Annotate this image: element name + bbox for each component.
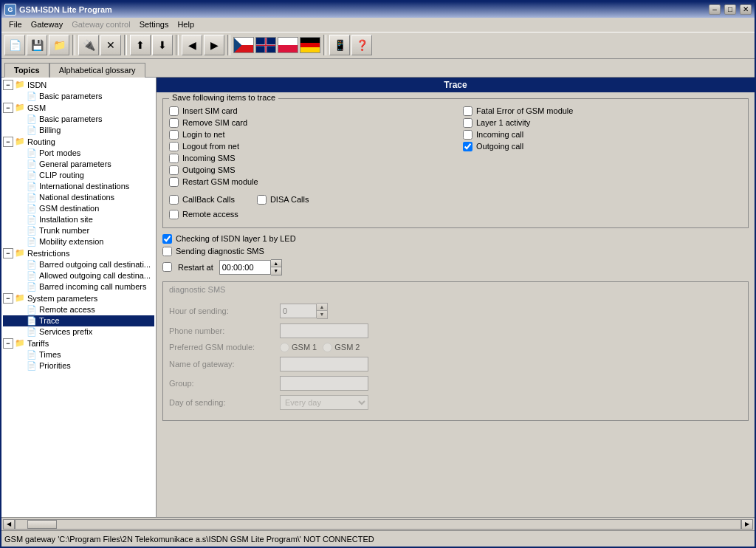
check-outgoing-sms-label: Outgoing SMS <box>182 165 236 174</box>
check-remote-access-input[interactable] <box>169 210 179 219</box>
tree-node-install-site[interactable]: 📄Installation site <box>3 214 154 225</box>
tree-node-gsm[interactable]: −📁GSM <box>3 102 154 114</box>
tree-label-trunk-number: Trunk number <box>39 226 89 235</box>
check-restart-gsm-input[interactable] <box>169 177 179 187</box>
expand-icon-routing[interactable]: − <box>3 137 13 147</box>
tree-node-trunk-number[interactable]: 📄Trunk number <box>3 225 154 236</box>
check-sending-diag-input[interactable] <box>162 247 172 256</box>
save-button[interactable]: 💾 <box>27 35 47 55</box>
check-isdn-layer1-input[interactable] <box>162 234 172 244</box>
scrollbar-thumb[interactable] <box>27 520 57 529</box>
tree-node-gsm-basic[interactable]: 📄Basic parameters <box>3 114 154 125</box>
check-login-input[interactable] <box>169 130 179 140</box>
download-button[interactable]: ⬇ <box>152 35 173 55</box>
check-outgoing-call: Outgoing call <box>463 142 742 151</box>
group-label: Group: <box>169 379 280 388</box>
disconnect-button[interactable]: ✕ <box>100 35 121 55</box>
expand-icon-sys-params[interactable]: − <box>3 293 13 304</box>
upload-button[interactable]: ⬆ <box>130 35 151 55</box>
scroll-left-button[interactable]: ◀ <box>3 519 15 530</box>
tree-node-isdn-basic[interactable]: 📄Basic parameters <box>3 91 154 102</box>
tree-node-routing[interactable]: −📁Routing <box>3 136 154 148</box>
check-remove-sim-input[interactable] <box>169 118 179 128</box>
tree-node-port-modes[interactable]: 📄Port modes <box>3 148 154 159</box>
expand-icon-isdn[interactable]: − <box>3 80 13 90</box>
expand-icon-restrictions[interactable]: − <box>3 248 13 258</box>
minimize-button[interactable]: – <box>709 4 721 15</box>
tree-node-priorities[interactable]: 📄Priorities <box>3 360 154 371</box>
restart-spin-up[interactable]: ▲ <box>271 260 281 267</box>
check-incoming-sms-input[interactable] <box>169 154 179 163</box>
menu-file[interactable]: File <box>4 18 27 30</box>
tree-node-natl-dest[interactable]: 📄National destinations <box>3 192 154 203</box>
menu-settings[interactable]: Settings <box>135 18 173 30</box>
connect-button[interactable]: 🔌 <box>78 35 99 55</box>
check-disa-input[interactable] <box>257 195 267 205</box>
tree-node-remote-access[interactable]: 📄Remote access <box>3 304 154 315</box>
close-button[interactable]: ✕ <box>740 4 752 15</box>
new-button[interactable]: 📄 <box>4 35 25 55</box>
group-input <box>280 376 368 391</box>
restart-time-input[interactable] <box>219 260 271 275</box>
back-button[interactable]: ◀ <box>182 35 202 55</box>
scroll-right-button[interactable]: ▶ <box>741 519 753 530</box>
check-incoming-call-label: Incoming call <box>476 130 523 139</box>
flag-pl[interactable] <box>278 37 298 53</box>
tree-node-gsm-billing[interactable]: 📄Billing <box>3 125 154 136</box>
check-outgoing-call-input[interactable] <box>463 142 472 151</box>
gsm2-label: GSM 2 <box>334 343 360 352</box>
check-incoming-call-input[interactable] <box>463 130 472 140</box>
tree-node-times[interactable]: 📄Times <box>3 349 154 360</box>
tree-node-sys-params[interactable]: −📁System parameters <box>3 292 154 304</box>
check-layer1-input[interactable] <box>463 118 472 128</box>
tree-node-isdn[interactable]: −📁ISDN <box>3 79 154 91</box>
phone-button[interactable]: 📱 <box>329 35 350 55</box>
tree-node-tariffs[interactable]: −📁Tariffs <box>3 338 154 349</box>
check-outgoing-sms-input[interactable] <box>169 165 179 175</box>
save-items-legend: Save following items to trace <box>169 93 278 102</box>
flag-cz[interactable] <box>233 37 254 53</box>
help-button[interactable]: ❓ <box>351 35 372 55</box>
expand-icon-gsm[interactable]: − <box>3 103 13 113</box>
expand-icon-tariffs[interactable]: − <box>3 338 13 349</box>
check-callback-input[interactable] <box>169 195 179 205</box>
menu-gateway[interactable]: Gateway <box>27 18 67 30</box>
check-outgoing-sms: Outgoing SMS <box>169 165 448 175</box>
tree-node-intl-dest[interactable]: 📄International destinations <box>3 181 154 192</box>
tree-node-clip-routing[interactable]: 📄CLIP routing <box>3 170 154 181</box>
phone-input <box>280 323 368 338</box>
tree-node-general-params[interactable]: 📄General parameters <box>3 159 154 170</box>
right-checkboxes: Fatal Error of GSM module Layer 1 activi… <box>463 106 742 189</box>
flag-de[interactable] <box>300 37 320 53</box>
flag-gb[interactable] <box>255 37 276 53</box>
check-insert-sim-input[interactable] <box>169 106 179 116</box>
phone-row: Phone number: <box>169 323 742 338</box>
check-callback: CallBack Calls <box>169 195 235 205</box>
maximize-button[interactable]: □ <box>724 4 736 15</box>
tree-node-restrictions[interactable]: −📁Restrictions <box>3 247 154 259</box>
tree-label-intl-dest: International destinations <box>39 182 129 191</box>
tree-panel: −📁ISDN📄Basic parameters−📁GSM📄Basic param… <box>1 78 157 517</box>
menu-help[interactable]: Help <box>173 18 199 30</box>
hour-spin-up: ▲ <box>317 304 327 311</box>
tree-node-gsm-dest[interactable]: 📄GSM destination <box>3 203 154 214</box>
tree-node-barred-out[interactable]: 📄Barred outgoing call destinati... <box>3 259 154 270</box>
right-panel: Trace Save following items to trace Inse… <box>157 78 755 517</box>
tree-node-mobility-ext[interactable]: 📄Mobility extension <box>3 236 154 247</box>
gsm-module-row: Preferred GSM module: GSM 1 GSM 2 <box>169 343 742 352</box>
tab-topics[interactable]: Topics <box>4 63 49 78</box>
tab-glossary[interactable]: Alphabetical glossary <box>49 63 145 78</box>
forward-button[interactable]: ▶ <box>204 35 224 55</box>
check-insert-sim: Insert SIM card <box>169 106 448 116</box>
doc-icon-general-params: 📄 <box>27 160 37 169</box>
tree-node-allowed-out[interactable]: 📄Allowed outgoing call destina... <box>3 270 154 281</box>
tree-node-barred-in[interactable]: 📄Barred incoming call numbers <box>3 281 154 292</box>
open-button[interactable]: 📁 <box>49 35 69 55</box>
tree-label-general-params: General parameters <box>39 160 111 168</box>
check-fatal-error-input[interactable] <box>463 106 472 116</box>
check-logout-input[interactable] <box>169 142 179 151</box>
tree-node-trace[interactable]: 📄Trace <box>3 315 154 326</box>
tree-node-services-prefix[interactable]: 📄Services prefix <box>3 326 154 338</box>
restart-checkbox[interactable] <box>162 262 172 272</box>
restart-spin-down[interactable]: ▼ <box>271 267 281 275</box>
